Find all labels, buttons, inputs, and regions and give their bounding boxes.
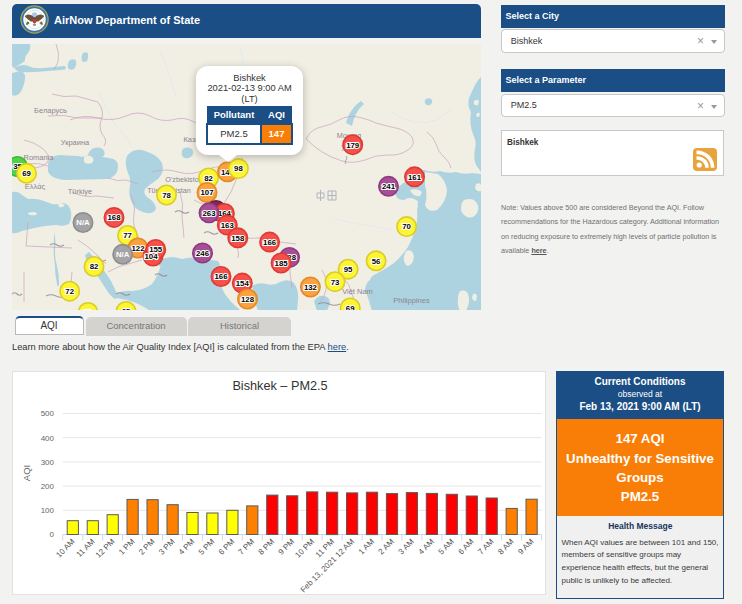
svg-text:5 PM: 5 PM	[197, 537, 217, 557]
svg-text:200: 200	[41, 482, 55, 491]
svg-text:104: 104	[144, 251, 158, 260]
svg-text:166: 166	[214, 272, 228, 281]
svg-text:O'zbekiston: O'zbekiston	[165, 175, 202, 184]
svg-text:6 PM: 6 PM	[217, 537, 237, 557]
svg-text:158: 158	[231, 233, 245, 242]
svg-text:Romania: Romania	[23, 153, 54, 162]
svg-text:65: 65	[122, 307, 131, 310]
svg-text:3 PM: 3 PM	[157, 537, 177, 557]
svg-text:10 PM: 10 PM	[293, 537, 316, 560]
svg-text:1 AM: 1 AM	[357, 537, 376, 556]
svg-text:7 PM: 7 PM	[237, 537, 257, 557]
svg-text:2 PM: 2 PM	[137, 537, 157, 557]
svg-text:500: 500	[41, 409, 55, 418]
svg-text:72: 72	[84, 308, 93, 310]
svg-text:12 PM: 12 PM	[94, 537, 117, 560]
svg-text:166: 166	[263, 237, 277, 246]
svg-text:107: 107	[200, 188, 213, 197]
svg-text:4 PM: 4 PM	[177, 537, 197, 557]
svg-text:5 AM: 5 AM	[437, 537, 456, 556]
svg-text:300: 300	[41, 458, 55, 467]
svg-text:95: 95	[344, 265, 353, 274]
svg-text:122: 122	[131, 243, 145, 252]
svg-text:241: 241	[382, 182, 396, 191]
svg-text:168: 168	[107, 213, 121, 222]
svg-text:161: 161	[408, 172, 422, 181]
svg-text:6 AM: 6 AM	[456, 537, 475, 556]
svg-text:N/A: N/A	[116, 250, 130, 259]
svg-text:1 PM: 1 PM	[117, 537, 137, 557]
svg-text:7 AM: 7 AM	[476, 537, 495, 556]
svg-text:Украина: Украина	[61, 137, 90, 146]
svg-text:N/A: N/A	[76, 218, 90, 227]
svg-text:Türkiye: Türkiye	[68, 187, 93, 196]
svg-text:72: 72	[65, 287, 74, 296]
svg-text:70: 70	[402, 222, 411, 231]
svg-text:AQI: AQI	[21, 465, 32, 481]
svg-text:Việt Nam: Việt Nam	[342, 286, 373, 295]
svg-text:163: 163	[221, 220, 235, 229]
svg-text:246: 246	[196, 248, 210, 257]
svg-text:179: 179	[346, 140, 360, 149]
svg-text:11 AM: 11 AM	[75, 537, 97, 559]
svg-text:400: 400	[41, 434, 55, 443]
svg-text:77: 77	[123, 231, 132, 240]
svg-text:56: 56	[372, 256, 381, 265]
svg-text:98: 98	[234, 164, 243, 173]
svg-text:Philippines: Philippines	[393, 295, 430, 304]
svg-text:73: 73	[331, 277, 340, 286]
svg-text:132: 132	[304, 282, 318, 291]
svg-text:9 AM: 9 AM	[516, 537, 535, 556]
svg-text:8 AM: 8 AM	[496, 537, 515, 556]
svg-text:2 AM: 2 AM	[377, 537, 396, 556]
svg-text:4 AM: 4 AM	[417, 537, 436, 556]
svg-text:185: 185	[275, 258, 289, 267]
svg-text:69: 69	[346, 303, 355, 310]
svg-text:8 PM: 8 PM	[257, 537, 277, 557]
svg-text:Bishkek – PM2.5: Bishkek – PM2.5	[232, 379, 327, 393]
svg-text:154: 154	[236, 278, 250, 287]
svg-text:82: 82	[90, 262, 99, 271]
svg-text:263: 263	[202, 208, 216, 217]
svg-text:82: 82	[204, 173, 213, 182]
svg-text:69: 69	[22, 169, 31, 178]
svg-text:78: 78	[162, 190, 171, 199]
svg-text:0: 0	[50, 530, 55, 539]
svg-text:10 AM: 10 AM	[54, 537, 77, 560]
svg-text:3 AM: 3 AM	[397, 537, 416, 556]
svg-text:128: 128	[241, 294, 255, 303]
svg-text:Беларусь: Беларусь	[34, 106, 67, 115]
svg-text:100: 100	[41, 506, 55, 515]
